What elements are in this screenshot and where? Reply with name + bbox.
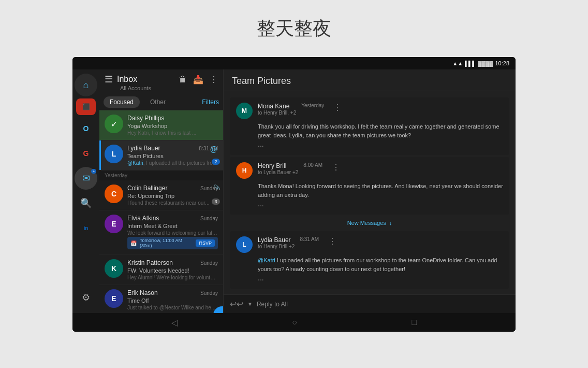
message-meta-henry: Henry Brill to Lydia Bauer +2 [258,162,298,175]
sidebar-item-google[interactable]: G [75,142,97,165]
filters-button[interactable]: Filters [202,98,219,106]
header-toolbar: 🗑 📥 ⋮ [179,75,218,84]
selected-bar [99,140,101,170]
sidebar-item-outlook[interactable]: O [75,117,97,140]
delete-icon[interactable]: 🗑 [179,75,187,84]
message-meta-row-mona: M Mona Kane to Henry Brill, +2 Yesterday… [236,103,342,119]
message-time-mona: Yesterday [301,103,324,108]
email-content-erik: Erik Nason Sunday Time Off Just talked t… [127,289,218,310]
new-messages-divider: New Messages ↓ [224,217,516,229]
event-chip-elvia: 📅 Tomorrow, 11:00 AM (30m) RSVP [127,237,218,249]
message-sender-lydia: Lydia Bauer [258,236,295,244]
attachment-icon: 📎 [214,185,220,190]
signal-icon: ▌▌▌ [465,61,476,66]
home-nav-button[interactable]: ○ [292,318,297,327]
email-subject-elvia: Intern Meet & Greet [127,223,218,229]
message-more-mona[interactable]: ⋮ [333,103,342,112]
sidebar-title-row: ☰ Inbox 🗑 📥 ⋮ [99,69,223,86]
email-content-daisy: Daisy Phillips Yoga Workshop Hey Katri, … [127,115,218,136]
message-meta-row-lydia: L Lydia Bauer to Henry Brill +2 8:31 AM … [236,236,336,253]
mail-icon: ✉ [82,173,90,184]
email-item-elvia[interactable]: E Elvia Atkins Sunday Intern Meet & Gree… [99,210,223,255]
sidebar-item-linkedin[interactable]: in [75,217,97,239]
linkedin-icon: in [84,225,89,231]
email-preview-kristin: Hey Alumni! We're looking for volunteers… [127,275,218,280]
status-icons: ▲▲ ▌▌▌ ▓▓▓▓ 10:28 [452,60,509,66]
email-subject-lydia: Team Pictures [127,153,218,159]
sidebar-item-office[interactable]: ⬛ [76,98,96,115]
message-to-mona: to Henry Brill, +2 [258,110,296,116]
compose-icon: ✏ [219,310,224,314]
tab-focused[interactable]: Focused [104,96,140,108]
more-icon[interactable]: ⋮ [210,75,218,84]
email-time-elvia: Sunday [200,216,218,221]
email-top-erik: Erik Nason Sunday [127,289,218,296]
event-text-elvia: Tomorrow, 11:00 AM (30m) [140,238,193,248]
message-header-lydia: L Lydia Bauer to Henry Brill +2 8:31 AM … [236,236,503,256]
tab-other[interactable]: Other [144,96,172,108]
avatar-henry: H [236,162,253,179]
sidebar-header: ☰ Inbox 🗑 📥 ⋮ All Accounts Focused Other… [99,69,223,110]
sidebar-item-home[interactable]: ⌂ [75,74,97,96]
message-body-mona: Thank you all for driving this workshop.… [236,122,503,139]
email-preview-elvia: We look forward to welcoming our fall in… [127,230,218,236]
sidebar-item-mail[interactable]: ✉ + [75,167,97,190]
email-content-colin: Colin Ballinger Sunday Re: Upcoming Trip… [127,185,218,206]
message-expand-mona[interactable]: ··· [236,141,503,150]
status-time: 10:28 [495,60,509,66]
reply-chevron: ▼ [247,301,253,307]
email-item-erik[interactable]: E Erik Nason Sunday Time Off Just talked… [99,285,223,313]
email-top-daisy: Daisy Phillips [127,115,218,122]
sidebar-item-settings[interactable]: ⚙ [75,286,97,309]
message-card-mona: M Mona Kane to Henry Brill, +2 Yesterday… [230,97,509,155]
device-frame: ▲▲ ▌▌▌ ▓▓▓▓ 10:28 ⌂ ⬛ O G ✉ + [72,57,516,332]
avatar-daisy: ✓ [105,115,123,133]
message-body-henry: Thanks Mona! Looking forward to seeing t… [236,182,503,199]
email-time-erik: Sunday [200,290,218,296]
message-sender-henry: Henry Brill [258,162,298,169]
message-expand-lydia[interactable]: ··· [236,275,503,284]
message-time-lydia: 8:31 AM [300,236,319,242]
avatar-colin: C [105,185,123,203]
hamburger-icon[interactable]: ☰ [105,74,113,85]
email-item-colin[interactable]: C Colin Ballinger Sunday Re: Upcoming Tr… [99,180,223,210]
email-preview-daisy: Hey Katri, I know this is last ... [127,130,218,136]
google-icon: G [83,149,89,158]
archive-icon[interactable]: 📥 [193,75,203,84]
thread-messages: M Mona Kane to Henry Brill, +2 Yesterday… [224,91,516,294]
message-body-lydia: @Katri I uploaded all the pictures from … [236,256,503,273]
email-preview-colin: I found these restaurants near our... [127,200,218,206]
calendar-icon: 📅 [130,240,137,246]
email-sender-daisy: Daisy Phillips [127,115,164,122]
recent-button[interactable]: □ [412,318,417,327]
message-to-lydia: to Henry Brill +2 [258,244,295,249]
date-separator-yesterday: Yesterday [99,171,223,180]
email-item-kristin[interactable]: K Kristin Patterson Sunday FW: Volunteer… [99,255,223,285]
email-top-lydia: Lydia Bauer 8:31 AM [127,145,218,152]
all-accounts-label: All Accounts [114,85,223,94]
email-subject-daisy: Yoga Workshop [127,123,218,129]
email-subject-kristin: FW: Volunteers Needed! [127,267,218,274]
battery-icon: ▓▓▓▓ [478,61,493,66]
back-button[interactable]: ◁ [171,318,178,328]
message-meta-mona: Mona Kane to Henry Brill, +2 [258,103,296,116]
mail-badge: + [91,169,96,174]
app-content: ⌂ ⬛ O G ✉ + 🔍 in ⚙ [72,69,516,313]
email-item-lydia[interactable]: L Lydia Bauer 8:31 AM Team Pictures @Kat… [99,140,223,171]
email-item-daisy[interactable]: ✓ Daisy Phillips Yoga Workshop Hey Katri… [99,110,223,140]
email-subject-colin: Re: Upcoming Trip [127,193,218,199]
rsvp-button[interactable]: RSVP [196,239,215,247]
message-more-henry[interactable]: ⋮ [332,162,340,172]
email-sender-elvia: Elvia Atkins [127,215,159,222]
page-title: 整天整夜 [257,16,331,41]
reply-label[interactable]: Reply to All [257,301,288,308]
message-expand-henry[interactable]: ··· [236,201,503,209]
avatar-mona: M [236,103,253,119]
message-more-lydia[interactable]: ⋮ [328,236,336,246]
outlook-icon: O [83,124,89,133]
nav-rail: ⌂ ⬛ O G ✉ + 🔍 in ⚙ [72,69,99,313]
sidebar-item-search[interactable]: 🔍 [75,192,97,215]
inbox-title: Inbox [117,75,137,84]
email-content-elvia: Elvia Atkins Sunday Intern Meet & Greet … [127,215,218,250]
email-time-kristin: Sunday [200,260,218,266]
